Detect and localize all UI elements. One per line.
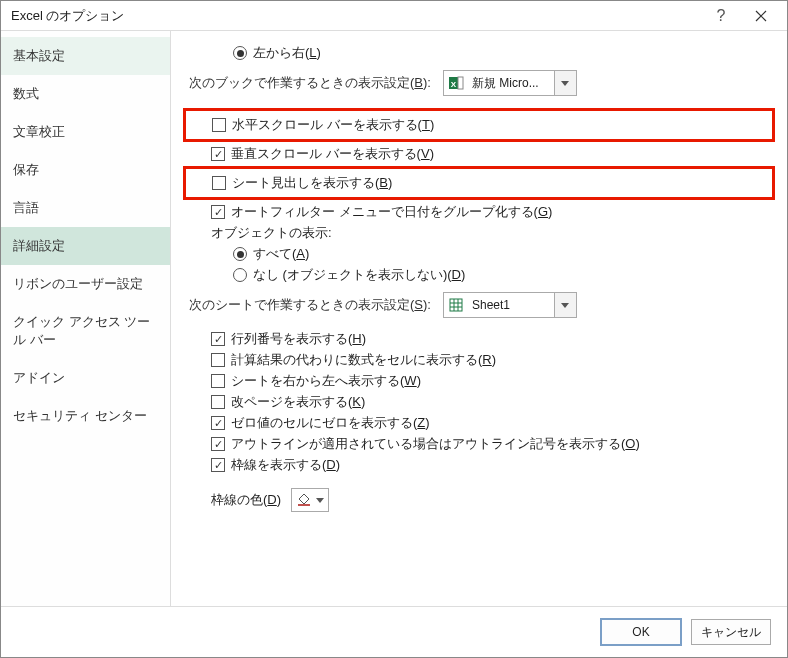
checkbox-icon bbox=[211, 458, 225, 472]
sheet-icon bbox=[448, 297, 464, 313]
svg-text:X: X bbox=[451, 80, 457, 89]
sidebar-item-proofing[interactable]: 文章校正 bbox=[1, 113, 170, 151]
radio-icon bbox=[233, 268, 247, 282]
sidebar-item-language[interactable]: 言語 bbox=[1, 189, 170, 227]
gridline-color-row: 枠線の色(D) bbox=[189, 488, 775, 512]
checkbox-rtl[interactable]: シートを右から左へ表示する(W) bbox=[189, 372, 775, 390]
sidebar-item-general[interactable]: 基本設定 bbox=[1, 37, 170, 75]
help-button[interactable]: ? bbox=[701, 2, 741, 30]
sidebar-item-quick-access[interactable]: クイック アクセス ツール バー bbox=[1, 303, 170, 359]
content-scroll[interactable]: 左から右(L) 次のブックで作業するときの表示設定(B): X 新規 Micro… bbox=[171, 31, 787, 606]
close-icon bbox=[755, 10, 767, 22]
bucket-icon bbox=[296, 493, 312, 507]
ok-button[interactable]: OK bbox=[601, 619, 681, 645]
titlebar-buttons: ? bbox=[701, 2, 781, 30]
chevron-down-icon bbox=[561, 81, 569, 86]
titlebar: Excel のオプション ? bbox=[1, 1, 787, 31]
options-dialog: Excel のオプション ? 基本設定 数式 文章校正 保存 言語 詳細設定 リ… bbox=[0, 0, 788, 658]
checkbox-vscroll[interactable]: 垂直スクロール バーを表示する(V) bbox=[189, 145, 775, 163]
checkbox-icon bbox=[211, 332, 225, 346]
checkbox-rowcol[interactable]: 行列番号を表示する(H) bbox=[189, 330, 775, 348]
checkbox-icon bbox=[211, 353, 225, 367]
svg-rect-3 bbox=[450, 299, 462, 311]
checkbox-zeros[interactable]: ゼロ値のセルにゼロを表示する(Z) bbox=[189, 414, 775, 432]
checkbox-label: アウトラインが適用されている場合はアウトライン記号を表示する(O) bbox=[231, 435, 640, 453]
combo-dropdown[interactable] bbox=[554, 293, 576, 317]
checkbox-icon bbox=[211, 395, 225, 409]
checkbox-formulas[interactable]: 計算結果の代わりに数式をセルに表示する(R) bbox=[189, 351, 775, 369]
checkbox-sheet-tabs[interactable]: シート見出しを表示する(B) bbox=[190, 174, 768, 192]
svg-rect-2 bbox=[458, 77, 463, 89]
checkbox-icon bbox=[212, 118, 226, 132]
dialog-footer: OK キャンセル bbox=[1, 607, 787, 657]
excel-icon: X bbox=[448, 75, 464, 91]
checkbox-label: 改ページを表示する(K) bbox=[231, 393, 365, 411]
radio-label: 左から右(L) bbox=[253, 44, 321, 62]
gridline-color-label: 枠線の色(D) bbox=[211, 491, 281, 509]
sidebar-item-customize-ribbon[interactable]: リボンのユーザー設定 bbox=[1, 265, 170, 303]
checkbox-icon bbox=[211, 416, 225, 430]
cancel-button[interactable]: キャンセル bbox=[691, 619, 771, 645]
sheet-display-heading: 次のシートで作業するときの表示設定(S): Sheet1 bbox=[189, 292, 775, 318]
heading-label: 次のブックで作業するときの表示設定(B): bbox=[189, 74, 431, 92]
heading-label: 次のシートで作業するときの表示設定(S): bbox=[189, 296, 431, 314]
objects-label: オブジェクトの表示: bbox=[189, 224, 775, 242]
radio-label: すべて(A) bbox=[253, 245, 309, 263]
checkbox-autofilter-group[interactable]: オートフィルター メニューで日付をグループ化する(G) bbox=[189, 203, 775, 221]
checkbox-pagebreaks[interactable]: 改ページを表示する(K) bbox=[189, 393, 775, 411]
sidebar-item-formulas[interactable]: 数式 bbox=[1, 75, 170, 113]
radio-icon bbox=[233, 247, 247, 261]
chevron-down-icon bbox=[316, 498, 324, 503]
radio-icon bbox=[233, 46, 247, 60]
checkbox-icon bbox=[211, 205, 225, 219]
combo-text: Sheet1 bbox=[464, 298, 554, 312]
highlight-box-2: シート見出しを表示する(B) bbox=[183, 166, 775, 200]
checkbox-icon bbox=[211, 147, 225, 161]
checkbox-label: 水平スクロール バーを表示する(T) bbox=[232, 116, 434, 134]
checkbox-outline[interactable]: アウトラインが適用されている場合はアウトライン記号を表示する(O) bbox=[189, 435, 775, 453]
checkbox-label: 計算結果の代わりに数式をセルに表示する(R) bbox=[231, 351, 496, 369]
svg-rect-8 bbox=[298, 504, 310, 506]
workbook-combo[interactable]: X 新規 Micro... bbox=[443, 70, 577, 96]
radio-objects-none[interactable]: なし (オブジェクトを表示しない)(D) bbox=[189, 266, 775, 284]
checkbox-gridlines[interactable]: 枠線を表示する(D) bbox=[189, 456, 775, 474]
checkbox-hscroll[interactable]: 水平スクロール バーを表示する(T) bbox=[190, 116, 768, 134]
workbook-display-heading: 次のブックで作業するときの表示設定(B): X 新規 Micro... bbox=[189, 70, 775, 96]
checkbox-icon bbox=[211, 437, 225, 451]
content-pane: 左から右(L) 次のブックで作業するときの表示設定(B): X 新規 Micro… bbox=[171, 31, 787, 606]
checkbox-label: 垂直スクロール バーを表示する(V) bbox=[231, 145, 434, 163]
gridline-color-picker[interactable] bbox=[291, 488, 329, 512]
radio-left-to-right[interactable]: 左から右(L) bbox=[189, 44, 775, 62]
combo-dropdown[interactable] bbox=[554, 71, 576, 95]
checkbox-label: オートフィルター メニューで日付をグループ化する(G) bbox=[231, 203, 552, 221]
sidebar-item-save[interactable]: 保存 bbox=[1, 151, 170, 189]
checkbox-label: ゼロ値のセルにゼロを表示する(Z) bbox=[231, 414, 430, 432]
sidebar-item-trust-center[interactable]: セキュリティ センター bbox=[1, 397, 170, 435]
sheet-combo[interactable]: Sheet1 bbox=[443, 292, 577, 318]
close-button[interactable] bbox=[741, 2, 781, 30]
sidebar-item-advanced[interactable]: 詳細設定 bbox=[1, 227, 170, 265]
checkbox-icon bbox=[211, 374, 225, 388]
chevron-down-icon bbox=[561, 303, 569, 308]
checkbox-label: シート見出しを表示する(B) bbox=[232, 174, 392, 192]
combo-text: 新規 Micro... bbox=[464, 75, 554, 92]
dialog-body: 基本設定 数式 文章校正 保存 言語 詳細設定 リボンのユーザー設定 クイック … bbox=[1, 31, 787, 607]
checkbox-label: 行列番号を表示する(H) bbox=[231, 330, 366, 348]
sidebar-item-addins[interactable]: アドイン bbox=[1, 359, 170, 397]
sidebar: 基本設定 数式 文章校正 保存 言語 詳細設定 リボンのユーザー設定 クイック … bbox=[1, 31, 171, 606]
checkbox-icon bbox=[212, 176, 226, 190]
radio-label: なし (オブジェクトを表示しない)(D) bbox=[253, 266, 465, 284]
checkbox-label: シートを右から左へ表示する(W) bbox=[231, 372, 421, 390]
radio-objects-all[interactable]: すべて(A) bbox=[189, 245, 775, 263]
checkbox-label: 枠線を表示する(D) bbox=[231, 456, 340, 474]
highlight-box-1: 水平スクロール バーを表示する(T) bbox=[183, 108, 775, 142]
dialog-title: Excel のオプション bbox=[11, 7, 701, 25]
